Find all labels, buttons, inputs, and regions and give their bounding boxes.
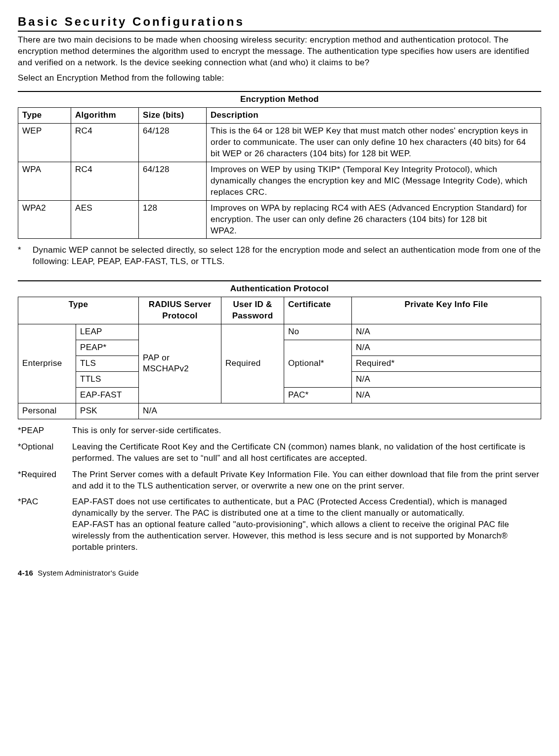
enc-cell: 64/128 [139,124,207,162]
table-row: WPA RC4 64/128 Improves on WEP by using … [18,162,541,200]
enc-header-algorithm: Algorithm [71,108,139,124]
note-desc: Leaving the Certificate Root Key and the… [72,442,541,464]
note-peap: *PEAP This is only for server-side certi… [18,425,541,437]
auth-header-type: Type [18,297,139,324]
note-label: *PEAP [18,425,72,437]
auth-header-certificate: Certificate [284,297,352,324]
enc-cell: Improves on WPA by replacing RC4 with AE… [207,200,541,239]
enc-cell: Improves on WEP by using TKIP* (Temporal… [207,162,541,200]
note-label: *Required [18,469,72,492]
page-footer: 4-16 System Administrator's Guide [18,568,541,578]
auth-radius-merged: PAP or MSCHAPv2 [139,324,221,403]
auth-cell: LEAP [76,324,139,340]
notes-section: *PEAP This is only for server-side certi… [18,425,541,553]
enc-header-size: Size (bits) [139,108,207,124]
note-desc: This is only for server-side certificate… [72,425,541,437]
auth-cell: EAP-FAST [76,387,139,403]
enc-header-type: Type [18,108,71,124]
auth-cert-merged: Optional* [284,340,352,388]
auth-cell: N/A [352,324,541,340]
auth-cell: PEAP* [76,340,139,356]
enc-cell: RC4 [71,162,139,200]
table-row: Personal PSK N/A [18,403,541,419]
encryption-caption: Encryption Method [18,91,541,107]
note-required: *Required The Print Server comes with a … [18,469,541,492]
auth-cell: No [284,324,352,340]
auth-userid-merged: Required [221,324,284,403]
note-pac: *PAC EAP-FAST does not use certificates … [18,496,541,553]
table-row: Enterprise LEAP PAP or MSCHAPv2 Required… [18,324,541,340]
enc-cell: 128 [139,200,207,239]
auth-cell: N/A [352,371,541,387]
encryption-method-table: Encryption Method Type Algorithm Size (b… [18,91,541,239]
table-row: WPA2 AES 128 Improves on WPA by replacin… [18,200,541,239]
enc-cell: RC4 [71,124,139,162]
auth-caption: Authentication Protocol [18,280,541,297]
intro-paragraph-2: Select an Encryption Method from the fol… [18,73,541,84]
auth-cell: TLS [76,356,139,372]
auth-cell: Required* [352,356,541,372]
enc-header-description: Description [207,108,541,124]
auth-cell: N/A [352,340,541,356]
auth-cell: N/A [352,387,541,403]
table-row: WEP RC4 64/128 This is the 64 or 128 bit… [18,124,541,162]
auth-cell: N/A [139,403,541,419]
dynamic-wep-footnote: * Dynamic WEP cannot be selected directl… [18,245,541,267]
auth-header-privatekey: Private Key Info File [352,297,541,324]
auth-personal-label: Personal [18,403,76,419]
enc-cell: WEP [18,124,71,162]
note-desc: EAP-FAST does not use certificates to au… [72,496,541,553]
intro-paragraph-1: There are two main decisions to be made … [18,35,541,69]
footnote-text: Dynamic WEP cannot be selected directly,… [33,245,541,267]
auth-enterprise-label: Enterprise [18,324,76,403]
enc-cell: AES [71,200,139,239]
note-label: *Optional [18,442,72,464]
auth-cell: PSK [76,403,139,419]
footnote-mark: * [18,245,33,267]
page-heading: Basic Security Configurations [18,14,541,32]
footer-page-number: 4-16 [18,569,33,577]
authentication-protocol-table: Authentication Protocol Type RADIUS Serv… [18,280,541,419]
auth-header-userid: User ID & Password [221,297,284,324]
note-desc: The Print Server comes with a default Pr… [72,469,541,492]
enc-cell: 64/128 [139,162,207,200]
enc-cell: This is the 64 or 128 bit WEP Key that m… [207,124,541,162]
auth-cell: PAC* [284,387,352,403]
auth-cell: TTLS [76,371,139,387]
enc-cell: WPA2 [18,200,71,239]
note-label: *PAC [18,496,72,553]
footer-title: System Administrator's Guide [38,569,139,577]
enc-cell: WPA [18,162,71,200]
note-optional: *Optional Leaving the Certificate Root K… [18,442,541,464]
auth-header-radius: RADIUS Server Protocol [139,297,221,324]
